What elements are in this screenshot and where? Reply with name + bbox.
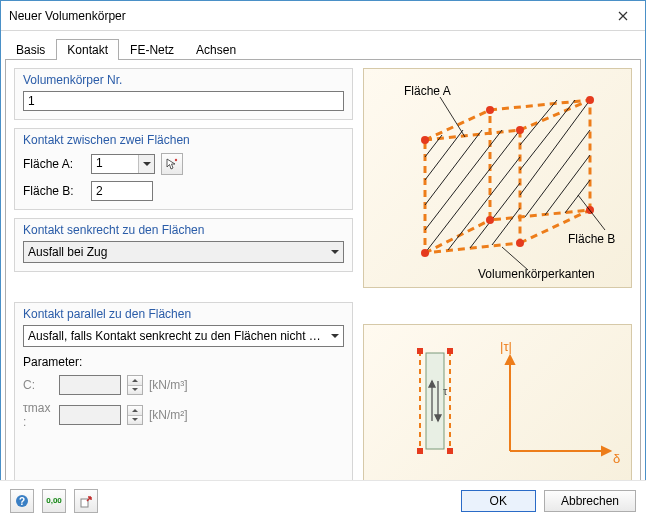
close-icon [618, 11, 628, 21]
svg-line-4 [425, 220, 490, 253]
cursor-pick-icon [165, 157, 179, 171]
group-legend: Kontakt parallel zu den Flächen [23, 307, 344, 321]
svg-text:?: ? [19, 496, 25, 507]
window-title: Neuer Volumenkörper [9, 9, 126, 23]
svg-point-0 [175, 159, 177, 161]
right-column: Fläche A Fläche B Volumenkörperkanten [363, 68, 632, 482]
svg-point-19 [421, 136, 429, 144]
perpendicular-select[interactable]: Ausfall bei Zug [23, 241, 344, 263]
cancel-button[interactable]: Abbrechen [544, 490, 636, 512]
axis-delta: δ [613, 451, 620, 466]
svg-rect-34 [447, 348, 453, 354]
svg-rect-36 [447, 448, 453, 454]
svg-rect-32 [426, 353, 444, 449]
svg-point-22 [421, 249, 429, 257]
parameter-label: Parameter: [23, 355, 344, 369]
arrow-down-icon [132, 388, 138, 391]
label-edges: Volumenkörperkanten [478, 267, 595, 281]
row-tmax: τmax : [kN/m²] [23, 401, 344, 429]
unit-tmax: [kN/m²] [149, 408, 188, 422]
group-contact-perpendicular: Kontakt senkrecht zu den Flächen Ausfall… [14, 218, 353, 272]
svg-point-21 [516, 239, 524, 247]
tab-basis[interactable]: Basis [5, 39, 56, 60]
svg-point-24 [586, 96, 594, 104]
unit-c: [kN/m³] [149, 378, 188, 392]
c-spinner [127, 375, 143, 395]
svg-rect-33 [417, 348, 423, 354]
surface-b-value: 2 [92, 183, 152, 199]
tab-kontakt[interactable]: Kontakt [56, 39, 119, 60]
tab-content: Volumenkörper Nr. Kontakt zwischen zwei … [5, 59, 641, 491]
group-legend: Kontakt senkrecht zu den Flächen [23, 223, 344, 237]
chevron-down-icon [331, 250, 339, 254]
group-contact-surfaces: Kontakt zwischen zwei Flächen Fläche A: … [14, 128, 353, 210]
svg-point-20 [516, 126, 524, 134]
parallel-select[interactable]: Ausfall, falls Kontakt senkrecht zu den … [23, 325, 344, 347]
label-face-a: Fläche A [404, 84, 451, 98]
group-legend: Volumenkörper Nr. [23, 73, 344, 87]
label-c: C: [23, 378, 53, 392]
units-icon: 0,00 [46, 496, 62, 505]
spacer [14, 280, 353, 294]
label-face-b: Fläche B [568, 232, 615, 246]
label-surface-a: Fläche A: [23, 157, 85, 171]
surface-a-dropdown-button[interactable] [138, 155, 154, 173]
perpendicular-value: Ausfall bei Zug [28, 245, 107, 259]
title-bar: Neuer Volumenkörper [1, 1, 645, 31]
svg-line-11 [470, 183, 520, 248]
tab-strip: Basis Kontakt FE-Netz Achsen [5, 37, 641, 59]
volume-number-input[interactable] [23, 91, 344, 111]
row-surface-a: Fläche A: 1 [23, 153, 344, 175]
surface-b-input[interactable]: 2 [91, 181, 153, 201]
dialog-footer: ? 0,00 OK Abbrechen [0, 480, 646, 520]
pick-surface-button[interactable] [161, 153, 183, 175]
svg-line-17 [545, 155, 590, 215]
export-button[interactable] [74, 489, 98, 513]
tab-fenetz[interactable]: FE-Netz [119, 39, 185, 60]
svg-line-5 [425, 130, 520, 253]
svg-line-15 [520, 100, 557, 145]
arrow-up-icon [132, 379, 138, 382]
group-legend: Kontakt zwischen zwei Flächen [23, 133, 344, 147]
svg-line-27 [440, 97, 465, 137]
svg-line-28 [578, 195, 605, 230]
ok-button[interactable]: OK [461, 490, 536, 512]
help-icon: ? [15, 494, 29, 508]
svg-line-18 [565, 180, 590, 213]
units-button[interactable]: 0,00 [42, 489, 66, 513]
parallel-value: Ausfall, falls Kontakt senkrecht zu den … [28, 329, 328, 343]
chevron-down-icon [331, 334, 339, 338]
preview-graph-illustration: τ |τ| δ [370, 331, 625, 475]
label-tmax: τmax : [23, 401, 53, 429]
help-button[interactable]: ? [10, 489, 34, 513]
preview-bottom: τ |τ| δ [363, 324, 632, 482]
svg-line-10 [448, 157, 520, 250]
row-c: C: [kN/m³] [23, 375, 344, 395]
svg-text:τ: τ [443, 385, 448, 397]
c-input [59, 375, 121, 395]
svg-point-23 [486, 106, 494, 114]
chevron-down-icon [143, 162, 151, 166]
left-column: Volumenkörper Nr. Kontakt zwischen zwei … [14, 68, 353, 482]
preview-3d-illustration: Fläche A Fläche B Volumenkörperkanten [370, 75, 625, 281]
arrow-up-icon [132, 409, 138, 412]
group-contact-parallel: Kontakt parallel zu den Flächen Ausfall,… [14, 302, 353, 482]
label-surface-b: Fläche B: [23, 184, 85, 198]
svg-point-26 [486, 216, 494, 224]
surface-a-value: 1 [92, 155, 138, 173]
export-icon [79, 494, 93, 508]
tab-achsen[interactable]: Achsen [185, 39, 247, 60]
svg-line-16 [525, 130, 590, 217]
axis-tau: |τ| [500, 339, 512, 354]
tmax-input [59, 405, 121, 425]
close-button[interactable] [601, 1, 645, 31]
preview-top: Fläche A Fläche B Volumenkörperkanten [363, 68, 632, 288]
row-surface-b: Fläche B: 2 [23, 181, 344, 201]
group-volume-number: Volumenkörper Nr. [14, 68, 353, 120]
surface-a-select[interactable]: 1 [91, 154, 155, 174]
tmax-spinner [127, 405, 143, 425]
svg-rect-35 [417, 448, 423, 454]
arrow-down-icon [132, 418, 138, 421]
